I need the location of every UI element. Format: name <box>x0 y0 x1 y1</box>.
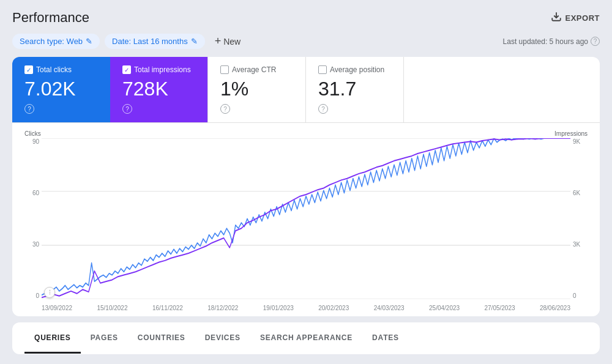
tab-pages[interactable]: PAGES <box>81 324 128 354</box>
clicks-checkbox-icon: ✓ <box>24 65 33 74</box>
search-type-edit-icon: ✎ <box>86 37 92 46</box>
position-info-icon[interactable]: ? <box>318 104 328 114</box>
metric-average-ctr[interactable]: Average CTR 1% ? <box>208 57 306 122</box>
tab-countries[interactable]: COUNTRIES <box>128 324 195 354</box>
tab-queries[interactable]: QUERIES <box>24 324 81 354</box>
clicks-info-icon[interactable]: ? <box>24 104 34 114</box>
impressions-label: Total impressions <box>134 65 191 74</box>
chart-x-axis: 13/09/2022 15/10/2022 16/11/2022 18/12/2… <box>42 305 570 311</box>
last-updated-text: Last updated: 5 hours ago ? <box>503 37 600 46</box>
ctr-checkbox-icon <box>220 65 229 74</box>
chart-drag-handle[interactable]: ⋮ <box>44 287 55 298</box>
tab-search-appearance[interactable]: SEARCH APPEARANCE <box>250 324 362 354</box>
filter-bar: Search type: Web ✎ Date: Last 16 months … <box>12 32 600 51</box>
page-header: Performance EXPORT <box>12 10 600 26</box>
position-label: Average position <box>330 65 384 74</box>
search-type-filter[interactable]: Search type: Web ✎ <box>12 34 100 49</box>
chart-area: Clicks Impressions 90 60 30 0 9K 6K 3K 0 <box>12 123 600 316</box>
clicks-label: Total clicks <box>36 65 72 74</box>
impressions-checkbox-icon: ✓ <box>122 65 131 74</box>
chart-container: 90 60 30 0 9K 6K 3K 0 <box>22 138 590 311</box>
chart-y-left-axis: 90 60 30 0 <box>22 138 39 299</box>
ctr-label: Average CTR <box>232 65 276 74</box>
date-label: Date: Last 16 months <box>112 37 188 46</box>
ctr-value: 1% <box>220 78 293 100</box>
metrics-row: ✓ Total clicks 7.02K ? ✓ Total impressio… <box>12 57 600 123</box>
page-title: Performance <box>12 10 89 26</box>
impressions-info-icon[interactable]: ? <box>122 104 132 114</box>
main-card: ✓ Total clicks 7.02K ? ✓ Total impressio… <box>12 57 600 316</box>
chart-y-right-label: Impressions <box>554 130 588 137</box>
position-checkbox-icon <box>318 65 327 74</box>
date-filter[interactable]: Date: Last 16 months ✎ <box>105 34 205 49</box>
bottom-tabs: QUERIES PAGES COUNTRIES DEVICES SEARCH A… <box>12 322 600 354</box>
chart-svg-container <box>42 138 570 299</box>
plus-icon: + <box>215 35 222 48</box>
metric-average-position[interactable]: Average position 31.7 ? <box>306 57 404 122</box>
ctr-info-icon[interactable]: ? <box>220 104 230 114</box>
position-value: 31.7 <box>318 78 391 100</box>
metric-total-clicks[interactable]: ✓ Total clicks 7.02K ? <box>12 57 110 122</box>
impressions-value: 728K <box>122 78 195 100</box>
metric-total-impressions[interactable]: ✓ Total impressions 728K ? <box>110 57 208 122</box>
export-button[interactable]: EXPORT <box>551 11 600 24</box>
date-edit-icon: ✎ <box>191 37 198 46</box>
metrics-spacer <box>404 57 600 122</box>
new-filter-button[interactable]: + New <box>210 32 246 51</box>
chart-y-right-axis: 9K 6K 3K 0 <box>573 138 590 299</box>
search-type-label: Search type: Web <box>20 37 83 46</box>
filter-left-group: Search type: Web ✎ Date: Last 16 months … <box>12 32 245 51</box>
chart-y-left-label: Clicks <box>24 130 41 137</box>
chart-axis-labels-top: Clicks Impressions <box>22 130 590 137</box>
export-icon <box>551 11 562 24</box>
last-updated-info-icon[interactable]: ? <box>591 37 600 46</box>
export-label: EXPORT <box>565 13 600 23</box>
tab-devices[interactable]: DEVICES <box>195 324 250 354</box>
clicks-value: 7.02K <box>24 78 98 100</box>
new-label: New <box>223 37 241 46</box>
tab-dates[interactable]: DATES <box>362 324 409 354</box>
